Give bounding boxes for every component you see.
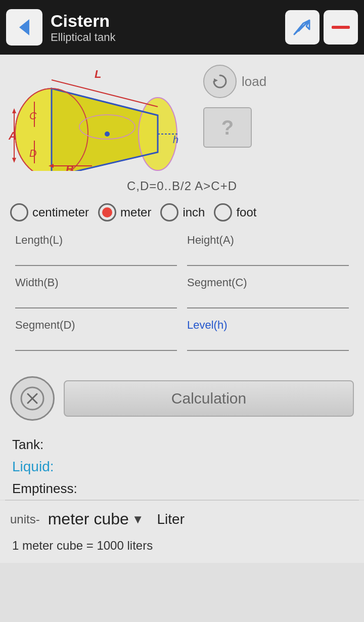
field-row-3: Segment(D) Level(h) bbox=[15, 319, 349, 351]
radio-foot-label: foot bbox=[236, 205, 256, 219]
conversion-text: 1 meter cube = 1000 liters bbox=[12, 539, 153, 552]
unit-foot[interactable]: foot bbox=[214, 203, 256, 221]
height-input[interactable] bbox=[187, 248, 349, 266]
field-row-2: Width(B) Segment(C) bbox=[15, 276, 349, 308]
level-input[interactable] bbox=[187, 333, 349, 351]
share-button[interactable] bbox=[285, 10, 320, 45]
radio-inch-outer bbox=[160, 203, 178, 221]
radio-inch-label: inch bbox=[183, 205, 205, 219]
units-selected: meter cube bbox=[48, 510, 129, 528]
width-input[interactable] bbox=[15, 290, 177, 308]
svg-text:C: C bbox=[29, 110, 37, 121]
svg-marker-0 bbox=[19, 19, 29, 35]
svg-text:A: A bbox=[8, 129, 17, 142]
diagram-controls: load ? bbox=[203, 60, 266, 148]
dropdown-arrow-icon: ▼ bbox=[132, 512, 144, 526]
results-section: Tank: Liquid: Emptiness: bbox=[0, 429, 364, 500]
unit-inch[interactable]: inch bbox=[160, 203, 205, 221]
radio-meter-inner bbox=[102, 207, 112, 217]
tank-label: Tank: bbox=[12, 437, 43, 452]
app-header: Cistern Elliptical tank bbox=[0, 0, 364, 55]
field-length: Length(L) bbox=[15, 234, 177, 266]
calc-section: Calculation bbox=[0, 366, 364, 429]
title-block: Cistern Elliptical tank bbox=[51, 11, 277, 44]
liquid-label: Liquid: bbox=[12, 459, 54, 474]
app-subtitle: Elliptical tank bbox=[51, 31, 277, 44]
emptiness-label: Emptiness: bbox=[12, 481, 77, 496]
svg-marker-27 bbox=[214, 78, 218, 82]
minimize-button[interactable] bbox=[324, 10, 358, 45]
conversion-note: 1 meter cube = 1000 liters bbox=[0, 534, 364, 563]
back-button[interactable] bbox=[6, 9, 42, 46]
svg-point-26 bbox=[105, 131, 110, 137]
fields-section: Length(L) Height(A) Width(B) Segment(C) … bbox=[0, 227, 364, 366]
svg-text:h: h bbox=[173, 134, 178, 145]
units-output-row: units- meter cube ▼ Liter bbox=[0, 501, 364, 534]
liter-label: Liter bbox=[157, 511, 185, 527]
svg-line-2 bbox=[298, 20, 309, 31]
tank-result: Tank: bbox=[12, 434, 352, 456]
radio-meter-label: meter bbox=[120, 205, 151, 219]
field-height: Height(A) bbox=[187, 234, 349, 266]
unit-centimeter[interactable]: centimeter bbox=[10, 203, 89, 221]
field-segment-d: Segment(D) bbox=[15, 319, 177, 351]
field-row-1: Length(L) Height(A) bbox=[15, 234, 349, 266]
tank-diagram: L A C B D h bbox=[6, 60, 198, 171]
units-prefix: units- bbox=[10, 512, 40, 526]
load-button[interactable]: load bbox=[203, 65, 266, 98]
segment-d-label: Segment(D) bbox=[15, 319, 177, 332]
svg-text:B: B bbox=[66, 163, 74, 171]
calculation-button[interactable]: Calculation bbox=[64, 380, 354, 417]
height-label: Height(A) bbox=[187, 234, 349, 247]
formula-bar: C,D=0..B/2 A>C+D bbox=[0, 176, 364, 198]
length-input[interactable] bbox=[15, 248, 177, 266]
emptiness-result: Emptiness: bbox=[12, 478, 352, 500]
radio-meter-outer bbox=[98, 203, 116, 221]
svg-rect-3 bbox=[332, 26, 350, 29]
diagram-area: L A C B D h load bbox=[0, 55, 364, 176]
formula-text: C,D=0..B/2 A>C+D bbox=[127, 179, 237, 193]
liquid-result: Liquid: bbox=[12, 456, 352, 478]
units-row: centimeter meter inch foot bbox=[0, 198, 364, 227]
field-segment-c: Segment(C) bbox=[187, 276, 349, 308]
calculation-button-label: Calculation bbox=[171, 390, 246, 407]
segment-d-input[interactable] bbox=[15, 333, 177, 351]
radio-centimeter-outer bbox=[10, 203, 28, 221]
level-label: Level(h) bbox=[187, 319, 349, 332]
svg-text:D: D bbox=[29, 148, 36, 159]
segment-c-input[interactable] bbox=[187, 290, 349, 308]
svg-text:L: L bbox=[95, 68, 101, 80]
help-button[interactable]: ? bbox=[203, 107, 252, 148]
load-icon bbox=[203, 65, 237, 98]
field-width: Width(B) bbox=[15, 276, 177, 308]
radio-foot-outer bbox=[214, 203, 232, 221]
help-icon: ? bbox=[221, 116, 234, 139]
header-actions bbox=[285, 10, 358, 45]
field-level: Level(h) bbox=[187, 319, 349, 351]
segment-c-label: Segment(C) bbox=[187, 276, 349, 289]
clear-button[interactable] bbox=[10, 376, 55, 421]
width-label: Width(B) bbox=[15, 276, 177, 289]
radio-centimeter-label: centimeter bbox=[32, 205, 89, 219]
load-label: load bbox=[242, 74, 266, 90]
unit-meter[interactable]: meter bbox=[98, 203, 151, 221]
length-label: Length(L) bbox=[15, 234, 177, 247]
units-dropdown[interactable]: meter cube ▼ bbox=[48, 510, 144, 528]
app-title: Cistern bbox=[51, 11, 277, 31]
